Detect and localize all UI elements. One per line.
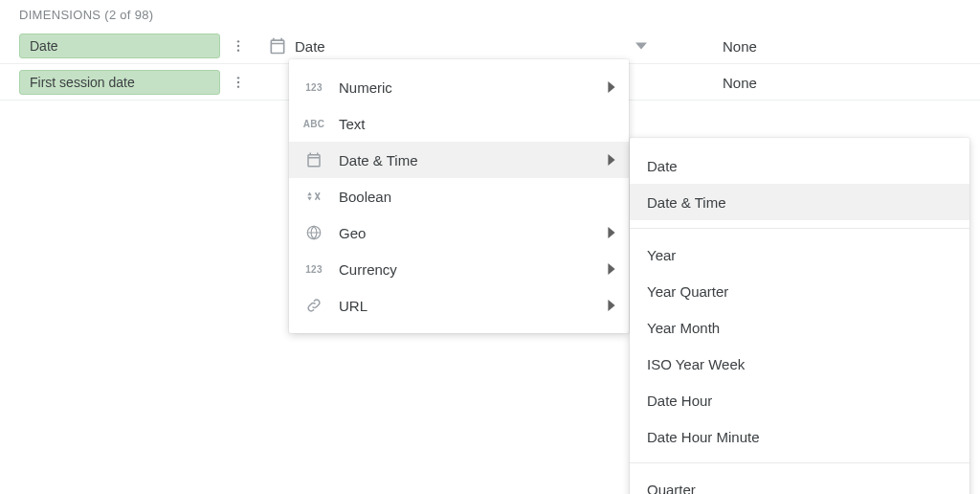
chip-label: First session date bbox=[30, 75, 135, 90]
aggregation-value[interactable]: None bbox=[679, 75, 980, 91]
submenu-item-label: Date bbox=[647, 158, 952, 174]
dimension-chip[interactable]: First session date bbox=[19, 70, 220, 95]
menu-separator bbox=[630, 228, 969, 229]
dimension-chip[interactable]: Date bbox=[19, 34, 220, 58]
type-menu-item[interactable]: Date & Time bbox=[289, 142, 629, 178]
123-icon: 123 bbox=[302, 264, 325, 275]
submenu-item-label: ISO Year Week bbox=[647, 356, 952, 372]
type-menu-item[interactable]: ABCText bbox=[289, 105, 629, 142]
submenu-item[interactable]: Year Quarter bbox=[630, 273, 969, 309]
type-menu-item[interactable]: 123Currency bbox=[289, 251, 629, 287]
submenu-item[interactable]: Year bbox=[630, 236, 969, 273]
chevron-right-icon bbox=[608, 300, 615, 311]
section-title: DIMENSIONS (2 of 98) bbox=[0, 0, 980, 28]
submenu-item[interactable]: Date bbox=[630, 147, 969, 184]
submenu-item-label: Year bbox=[647, 247, 952, 263]
chevron-right-icon bbox=[608, 227, 615, 238]
submenu-item[interactable]: ISO Year Week bbox=[630, 346, 969, 382]
type-menu[interactable]: 123NumericABCTextDate & TimeBooleanGeo12… bbox=[289, 59, 629, 333]
link-icon bbox=[302, 297, 325, 314]
calendar-icon bbox=[302, 151, 325, 168]
calendar-icon[interactable] bbox=[256, 36, 295, 56]
boolean-icon bbox=[302, 188, 325, 205]
svg-point-1 bbox=[237, 45, 239, 47]
svg-point-3 bbox=[237, 77, 239, 79]
submenu-item-label: Date Hour bbox=[647, 393, 952, 409]
submenu-item[interactable]: Quarter bbox=[630, 471, 969, 494]
more-icon[interactable] bbox=[220, 64, 256, 101]
datetime-submenu[interactable]: DateDate & TimeYearYear QuarterYear Mont… bbox=[630, 138, 969, 494]
menu-item-label: Text bbox=[339, 116, 615, 132]
menu-item-label: Date & Time bbox=[339, 152, 594, 168]
aggregation-value[interactable]: None bbox=[679, 38, 980, 55]
menu-item-label: Geo bbox=[339, 225, 594, 241]
menu-item-label: Numeric bbox=[339, 79, 594, 96]
type-menu-item[interactable]: URL bbox=[289, 287, 629, 324]
submenu-item[interactable]: Year Month bbox=[630, 309, 969, 346]
submenu-item[interactable]: Date & Time bbox=[630, 184, 969, 220]
svg-point-4 bbox=[237, 81, 239, 83]
type-menu-item[interactable]: Geo bbox=[289, 214, 629, 251]
menu-item-label: Currency bbox=[339, 261, 594, 278]
menu-separator bbox=[630, 462, 969, 463]
submenu-item-label: Year Month bbox=[647, 320, 952, 336]
svg-point-0 bbox=[237, 40, 239, 42]
chevron-right-icon bbox=[608, 263, 615, 275]
more-icon[interactable] bbox=[220, 28, 256, 64]
submenu-item-label: Year Quarter bbox=[647, 283, 952, 300]
submenu-item-label: Date & Time bbox=[647, 194, 952, 211]
type-menu-item[interactable]: 123Numeric bbox=[289, 69, 629, 105]
submenu-item[interactable]: Date Hour bbox=[630, 382, 969, 418]
menu-item-label: Boolean bbox=[339, 189, 615, 205]
submenu-item-label: Quarter bbox=[647, 482, 952, 495]
svg-point-5 bbox=[237, 85, 239, 87]
submenu-item-label: Date Hour Minute bbox=[647, 429, 952, 445]
submenu-item[interactable]: Date Hour Minute bbox=[630, 418, 969, 455]
caret-down-icon[interactable] bbox=[635, 40, 679, 52]
chip-label: Date bbox=[30, 38, 58, 54]
globe-icon bbox=[302, 224, 325, 241]
chevron-right-icon bbox=[608, 81, 615, 93]
chevron-right-icon bbox=[608, 154, 615, 166]
123-icon: 123 bbox=[302, 82, 325, 93]
svg-point-2 bbox=[237, 49, 239, 51]
abc-icon: ABC bbox=[302, 119, 325, 129]
menu-item-label: URL bbox=[339, 298, 594, 314]
type-menu-item[interactable]: Boolean bbox=[289, 178, 629, 214]
field-type-label[interactable]: Date bbox=[295, 38, 635, 55]
